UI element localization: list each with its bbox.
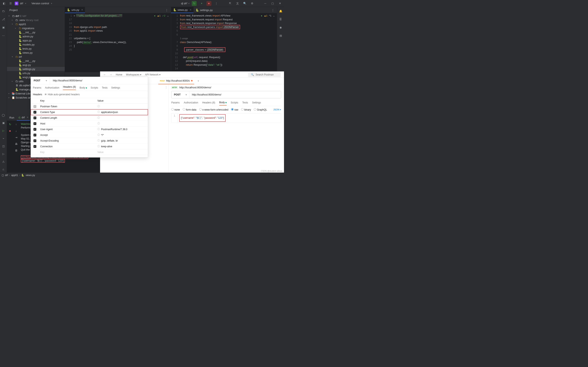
ai-icon[interactable]: ◯	[1, 113, 6, 117]
project-name[interactable]: drf	[20, 2, 23, 5]
services-icon[interactable]: ◫	[1, 144, 6, 149]
checkbox[interactable]: ✓	[34, 111, 36, 114]
structure-icon[interactable]: ▣	[1, 25, 6, 30]
header-row[interactable]: ✓ Accept-Encoding ⓘgzip, deflate, br	[31, 138, 148, 144]
tree-file[interactable]: 🐍__init__.py	[7, 30, 65, 34]
breadcrumb[interactable]: drf	[5, 174, 8, 177]
header-row[interactable]: ✓ User-Agent ⓘPostmanRuntime/7.38.0	[31, 126, 148, 132]
checkbox[interactable]: ✓	[34, 105, 36, 108]
subtab-settings[interactable]: Settings	[252, 101, 261, 105]
lang-icon[interactable]: 文	[235, 1, 240, 6]
method-select[interactable]: POST▾	[171, 91, 189, 98]
info-icon[interactable]: ⓘ	[97, 133, 100, 137]
breadcrumb[interactable]: views.py	[26, 174, 35, 177]
settings-icon[interactable]: ⚙	[250, 1, 255, 6]
tree-root[interactable]: ▾🗀drfE:\drf	[7, 14, 65, 18]
key-placeholder[interactable]: Key	[39, 151, 96, 154]
tree-migrations[interactable]: ▸🗀migrations	[7, 26, 65, 30]
collapse-icon[interactable]: ⋮	[165, 86, 167, 89]
more-icon[interactable]: ⋮	[270, 8, 275, 12]
body-form-data[interactable]: form-data	[183, 108, 196, 111]
body-lang-select[interactable]: JSON ▾	[273, 108, 281, 111]
nav-api-network[interactable]: API Network ▾	[145, 73, 161, 76]
hide-autogen-toggle[interactable]: 👁Hide auto-generated headers	[44, 93, 80, 96]
wrap-icon[interactable]: ⇥	[14, 135, 18, 140]
body-binary[interactable]: binary	[241, 108, 251, 111]
run-tool-icon[interactable]: ▷	[1, 128, 6, 133]
stop-button[interactable]: ■	[206, 1, 211, 6]
tree-file[interactable]: 🐍urls.py	[7, 71, 65, 75]
code-editor[interactable]: ●▲1✓2⌄ 1171819202122232425 ▸ """URL conf…	[65, 13, 171, 72]
nav-workspaces[interactable]: Workspaces ▾	[126, 73, 141, 76]
notifications-icon[interactable]: 🔔	[278, 8, 283, 13]
tree-file[interactable]: 🐍models.py	[7, 42, 65, 47]
stop-icon[interactable]: ■	[8, 128, 12, 133]
breadcrumb-root[interactable]: ▢	[2, 174, 4, 177]
code-editor[interactable]: ●▲1^1⌄ 1234567891011121314 from rest_fra…	[171, 13, 277, 72]
popup-tab-scripts[interactable]: Scripts	[91, 86, 98, 89]
more-icon[interactable]: ⋮	[214, 1, 219, 6]
body-raw[interactable]: raw	[231, 108, 238, 111]
menu-icon[interactable]: ☰	[8, 1, 13, 6]
info-icon[interactable]: ⓘ	[97, 145, 100, 148]
terminal-icon[interactable]: ▣	[1, 120, 6, 125]
close-icon[interactable]: ×	[190, 8, 191, 11]
subtab-headers[interactable]: Headers (8)	[202, 101, 215, 105]
up-icon[interactable]: ↑	[14, 122, 18, 127]
popup-tab-headers[interactable]: Headers (8)	[63, 85, 76, 90]
vcs-tool-icon[interactable]: ⎌	[1, 167, 6, 172]
info-icon[interactable]: ⓘ	[97, 110, 100, 114]
debug-icon[interactable]: ⌖	[199, 1, 204, 6]
checkbox[interactable]: ✓	[34, 128, 36, 131]
popup-tab-tests[interactable]: Tests	[102, 86, 108, 89]
tree-file[interactable]: 🐍admin.py	[7, 34, 65, 38]
down-icon[interactable]: ↓	[14, 128, 18, 133]
checkbox[interactable]: ✓	[34, 145, 36, 148]
tab-views[interactable]: 🐍views.py×	[171, 7, 194, 13]
popup-tab-params[interactable]: Params	[33, 86, 41, 89]
vcs-menu[interactable]: Version control	[31, 2, 49, 5]
forward-icon[interactable]: →	[110, 73, 112, 76]
header-row[interactable]: ✓ Content-Type ⓘapplication/json	[31, 109, 148, 115]
header-row[interactable]: ✓ Host ⓘ	[31, 121, 148, 126]
header-row[interactable]: ✓ Content-Length ⓘ	[31, 115, 148, 121]
trash-icon[interactable]: 🗑	[14, 148, 18, 153]
info-icon[interactable]: ⓘ	[97, 139, 100, 142]
popup-tab-settings[interactable]: Settings	[111, 86, 120, 89]
run-button[interactable]: ↻	[192, 1, 197, 6]
add-tab-icon[interactable]: +	[196, 79, 201, 83]
problems-icon[interactable]: ⚠	[1, 159, 6, 164]
info-icon[interactable]: ⓘ	[97, 122, 100, 125]
checkbox[interactable]: ✓	[34, 134, 36, 136]
subtab-body[interactable]: Body	[219, 101, 227, 106]
header-row[interactable]: ✓ Postman-Token ⓘ	[31, 104, 148, 109]
project-tool-icon[interactable]: 🗀	[1, 8, 6, 13]
tab-urls[interactable]: 🐍urls.py×	[65, 7, 85, 13]
back-icon[interactable]: ←	[103, 73, 106, 76]
checkbox[interactable]: ✓	[34, 117, 36, 119]
more-tools-icon[interactable]: ⋯	[1, 33, 6, 38]
info-icon[interactable]: ⓘ	[97, 105, 100, 108]
tree-file-settings[interactable]: 🐍settings.py	[7, 67, 65, 71]
debug-tool-icon[interactable]: ▷	[1, 151, 6, 156]
app-icon[interactable]: ◧	[2, 1, 7, 6]
tree-app01[interactable]: ▾🗀app01	[7, 22, 65, 26]
search-icon[interactable]: 🔍	[242, 1, 247, 6]
body-graphql[interactable]: GraphQL	[254, 108, 267, 111]
rerun-icon[interactable]: ↻	[8, 122, 12, 127]
tree-file[interactable]: 🐍tests.py	[7, 47, 65, 50]
close-icon[interactable]: ×	[81, 8, 83, 11]
python-console-icon[interactable]: ⌁	[1, 136, 6, 141]
tree-file[interactable]: 🐍__init__.py	[7, 59, 65, 63]
body-xwww[interactable]: x-www-form-urlencoded	[199, 108, 229, 111]
url-input[interactable]: http://localhost:8000/demo/	[189, 91, 281, 98]
subtab-auth[interactable]: Authorization	[184, 101, 198, 105]
body-editor[interactable]: 1 {"username": "张三", "password": "123"}	[171, 113, 281, 123]
popup-tab-auth[interactable]: Authorization	[45, 86, 59, 89]
header-row[interactable]: ✓ Connection ⓘkeep-alive	[31, 144, 148, 149]
print-icon[interactable]: 🖶	[14, 141, 18, 146]
endpoints-icon[interactable]: ▤	[278, 33, 283, 38]
close-icon[interactable]: ✕	[277, 1, 282, 6]
breadcrumb[interactable]: app01	[11, 174, 18, 177]
subtab-params[interactable]: Params	[171, 101, 180, 105]
